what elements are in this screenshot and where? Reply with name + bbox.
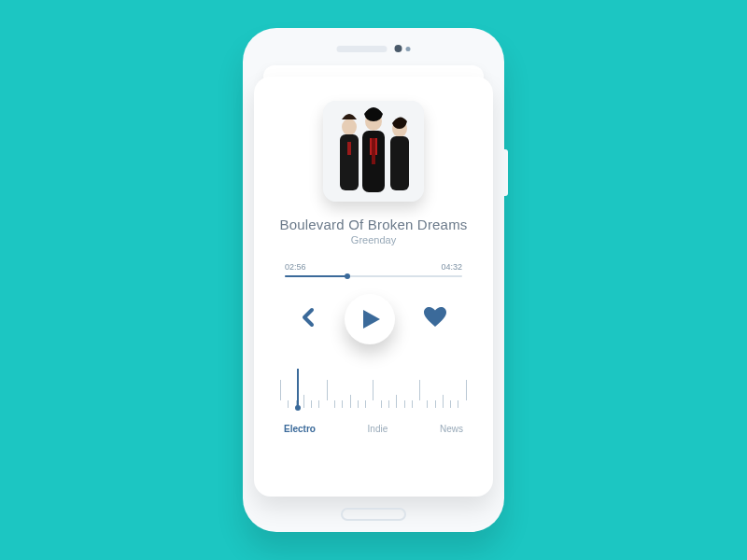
album-art[interactable] [323, 101, 424, 202]
tuner-labels: Electro Indie News [280, 424, 467, 434]
progress-section: 02:56 04:32 [285, 262, 462, 277]
progress-fill [285, 275, 347, 277]
svg-rect-7 [372, 138, 375, 164]
play-button[interactable] [345, 294, 395, 344]
player-card-stack: Boulevard Of Broken Dreams Greenday 02:5… [254, 65, 493, 497]
previous-button[interactable] [300, 307, 317, 331]
phone-frame: Boulevard Of Broken Dreams Greenday 02:5… [243, 28, 504, 532]
time-total: 04:32 [441, 262, 462, 272]
front-camera-icon [395, 45, 402, 52]
svg-point-1 [342, 119, 357, 135]
station-news[interactable]: News [440, 424, 463, 434]
speaker-grille [337, 46, 388, 52]
favorite-button[interactable] [423, 306, 447, 332]
svg-rect-3 [347, 142, 351, 155]
station-indie[interactable]: Indie [368, 424, 388, 434]
chevron-left-icon [300, 307, 317, 328]
svg-rect-9 [390, 136, 409, 190]
time-elapsed: 02:56 [285, 262, 306, 272]
heart-icon [423, 306, 447, 329]
tuner-scale [280, 380, 467, 408]
track-artist: Greenday [351, 234, 396, 245]
player-card: Boulevard Of Broken Dreams Greenday 02:5… [254, 77, 493, 497]
play-icon [361, 308, 382, 330]
album-art-image [323, 101, 424, 202]
track-title: Boulevard Of Broken Dreams [279, 217, 467, 232]
playback-controls [300, 294, 447, 344]
station-tuner[interactable]: Electro Indie News [280, 369, 467, 434]
progress-knob[interactable] [345, 273, 350, 279]
station-electro[interactable]: Electro [284, 424, 316, 434]
sensor-dot-icon [406, 47, 411, 51]
phone-speaker-area [337, 45, 411, 52]
power-button [504, 149, 508, 196]
home-button[interactable] [341, 508, 406, 521]
tuner-needle[interactable] [297, 369, 299, 406]
progress-bar[interactable] [285, 275, 462, 277]
